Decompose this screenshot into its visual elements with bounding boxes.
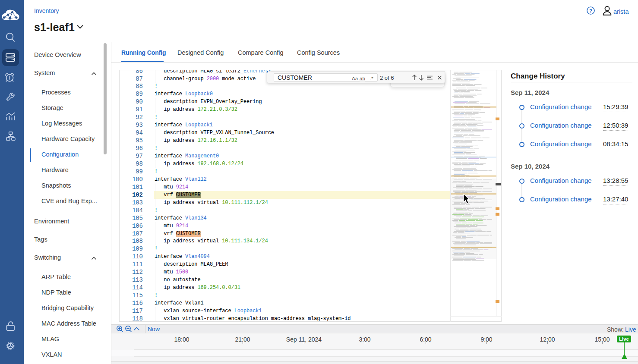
svg-text:?: ? xyxy=(589,8,592,13)
